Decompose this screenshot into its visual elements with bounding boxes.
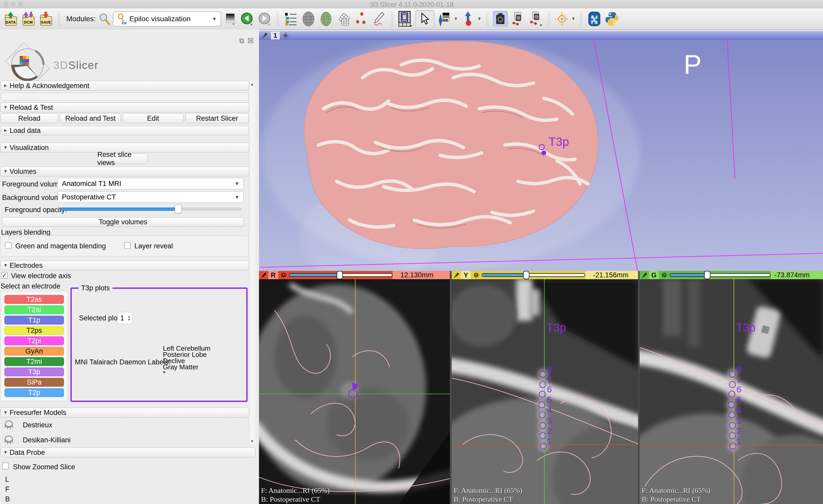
python-console-icon[interactable] xyxy=(605,11,620,27)
screenshot-icon[interactable] xyxy=(493,11,508,27)
freesurfer-model-destrieux[interactable]: Destrieux xyxy=(23,421,52,429)
electrode-button-T2as[interactable]: T2as xyxy=(4,295,64,304)
volume-grid-icon[interactable] xyxy=(336,11,351,27)
red-slice-view[interactable]: F: Anatomic...RI (65%) B: Postoperative … xyxy=(259,279,450,504)
yellow-slice-letter[interactable]: Y xyxy=(461,271,471,279)
slider-handle[interactable] xyxy=(175,205,182,213)
module-search-icon[interactable] xyxy=(99,11,110,27)
section-data-probe[interactable]: ▼ Data Probe xyxy=(1,448,255,457)
contact-number-8: 8 xyxy=(736,364,742,374)
history-back-icon[interactable] xyxy=(239,11,254,27)
green-slice-slider[interactable] xyxy=(670,273,771,277)
window-level-icon[interactable] xyxy=(224,11,237,27)
electrode-button-T2ai[interactable]: T2ai xyxy=(4,305,64,314)
background-volume-label: Background volume: xyxy=(2,194,66,202)
view-crosshair-icon[interactable] xyxy=(282,32,289,39)
mesh-model-icon[interactable] xyxy=(301,11,316,27)
edit-button[interactable]: Edit xyxy=(123,114,183,123)
electrode-button-T2mi[interactable]: T2mi xyxy=(4,357,64,366)
mouse-mode-icon[interactable] xyxy=(416,10,435,28)
annotation-pen-icon[interactable] xyxy=(371,11,386,27)
paint-mode-icon[interactable] xyxy=(437,11,452,27)
mni-labels-label: MNI Talairach Daemon Labels: xyxy=(75,358,170,366)
threeD-view[interactable]: 1 P T3p xyxy=(259,31,823,271)
close-panel-icon[interactable]: ☒ xyxy=(248,37,254,45)
pin-icon[interactable] xyxy=(262,32,268,39)
show-zoomed-slice-checkbox[interactable] xyxy=(2,463,9,469)
pin-icon[interactable] xyxy=(642,272,648,278)
markups-icon[interactable] xyxy=(354,11,369,27)
foreground-opacity-slider[interactable] xyxy=(60,207,241,211)
view-pane-number[interactable]: 1 xyxy=(271,32,280,39)
subject-hierarchy-icon[interactable] xyxy=(283,11,298,27)
capture-view-icon[interactable] xyxy=(528,11,543,27)
scroll-up-icon[interactable]: ▲ xyxy=(250,82,254,86)
slider-handle[interactable] xyxy=(337,271,343,279)
toolbar-separator xyxy=(548,12,550,26)
history-forward-icon[interactable] xyxy=(257,11,272,27)
section-freesurfer[interactable]: ▼ Freesurfer Models xyxy=(1,408,249,417)
reload-and-test-button[interactable]: Reload and Test xyxy=(60,114,121,123)
green-slice-view[interactable]: T3p F: Anatomic...RI (65%) B: Postoperat… xyxy=(640,279,823,504)
electrode-list: T2asT2aiT1pT2psT2piGyAnT2miT3pSiPaT2p xyxy=(1,291,67,401)
load-data-icon[interactable]: DATA xyxy=(3,11,18,27)
section-electrodes[interactable]: ▼ Electrodes xyxy=(1,261,249,271)
load-dicom-icon[interactable]: DCM xyxy=(21,11,36,27)
electrode-button-SiPa[interactable]: SiPa xyxy=(4,378,64,387)
electrode-button-T1p[interactable]: T1p xyxy=(4,316,64,325)
section-volumes[interactable]: ▼ Volumes xyxy=(1,167,249,176)
visibility-closed-eye-icon[interactable] xyxy=(3,419,14,431)
yellow-slice-view[interactable]: T3p F: Anatomic...RI (65%) B: Postoperat… xyxy=(452,279,638,504)
restart-slicer-button[interactable]: Restart Slicer xyxy=(185,114,249,123)
layout-icon[interactable] xyxy=(398,11,413,27)
segmentation-icon[interactable] xyxy=(319,11,334,27)
extensions-icon[interactable] xyxy=(587,11,602,27)
view-electrode-axis-checkbox[interactable]: ✓ xyxy=(1,272,8,279)
modules-label: Modules: xyxy=(66,15,96,23)
layer-reveal-checkbox[interactable] xyxy=(124,242,131,249)
toolbar-separator xyxy=(391,12,393,26)
chevron-down-icon[interactable]: ▼ xyxy=(454,16,458,21)
toggle-volumes-button[interactable]: Toggle volumes xyxy=(2,217,244,227)
background-volume-select[interactable]: Postoperative CT ▼ xyxy=(57,191,243,203)
scene-views-icon[interactable] xyxy=(510,11,525,27)
slider-handle[interactable] xyxy=(704,271,710,279)
electrode-button-T2p[interactable]: T2p xyxy=(4,388,64,397)
green-magenta-checkbox[interactable] xyxy=(5,242,12,249)
chevron-down-icon[interactable]: ▼ xyxy=(477,16,481,21)
slider-handle[interactable] xyxy=(523,271,529,279)
electrode-button-T3p[interactable]: T3p xyxy=(4,367,64,376)
reload-button[interactable]: Reload xyxy=(1,114,58,123)
selected-plot-spinbox[interactable]: 1 ▲▼ xyxy=(117,312,132,324)
green-slice-letter[interactable]: G xyxy=(649,271,659,279)
main-toolbar: DATA DCM SAVE Modules: KM Epiloc visuali… xyxy=(0,8,823,30)
electrode-button-T2ps[interactable]: T2ps xyxy=(4,326,64,335)
red-slice-letter[interactable]: R xyxy=(268,271,278,279)
panel-scrollbar[interactable]: ▲ ▼ xyxy=(249,81,255,445)
red-slice-slider[interactable] xyxy=(289,273,392,277)
visibility-closed-eye-icon[interactable] xyxy=(3,435,14,446)
electrode-button-T2pi[interactable]: T2pi xyxy=(4,336,64,345)
slice-visibility-icon[interactable] xyxy=(661,272,668,279)
slice-visibility-icon[interactable] xyxy=(280,272,287,279)
slice-visibility-icon[interactable] xyxy=(473,272,480,279)
section-help[interactable]: ► Help & Acknowledgement xyxy=(1,81,249,91)
electrode-button-GyAn[interactable]: GyAn xyxy=(4,347,64,356)
chevron-down-icon[interactable]: ▼ xyxy=(571,16,575,21)
scroll-down-icon[interactable]: ▼ xyxy=(250,439,254,444)
spinbox-arrows-icon[interactable]: ▲▼ xyxy=(127,315,132,321)
pin-icon[interactable] xyxy=(261,272,267,278)
section-reload-test[interactable]: ▼ Reload & Test xyxy=(1,103,249,113)
module-selector[interactable]: KM Epiloc visualization ▼ xyxy=(113,11,221,26)
crosshair-icon[interactable] xyxy=(554,11,569,27)
place-fiducial-icon[interactable] xyxy=(461,11,476,27)
reset-slice-views-button[interactable]: Reset slice views xyxy=(97,154,148,164)
freesurfer-model-desikan[interactable]: Desikan-Killiani xyxy=(23,436,71,444)
yellow-slice-slider[interactable] xyxy=(482,273,585,277)
layer-reveal-label: Layer reveal xyxy=(134,242,173,250)
pin-icon[interactable] xyxy=(454,272,460,278)
section-load-data[interactable]: ► Load data xyxy=(1,126,249,135)
undock-panel-icon[interactable]: ⧉ xyxy=(239,37,244,45)
save-icon[interactable]: SAVE xyxy=(38,11,53,27)
foreground-volume-select[interactable]: Anatomical T1 MRI ▼ xyxy=(57,178,243,189)
